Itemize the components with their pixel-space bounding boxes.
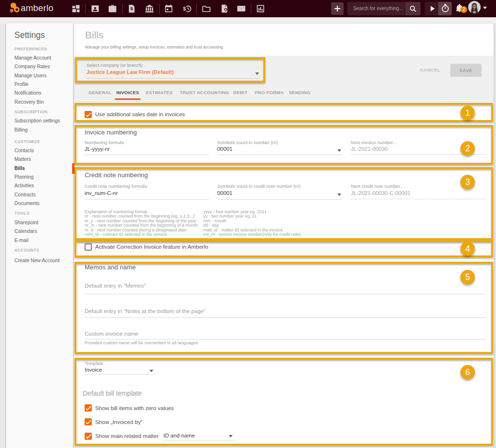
svg-text:$: $: [130, 6, 133, 11]
svg-text:$: $: [183, 6, 186, 12]
